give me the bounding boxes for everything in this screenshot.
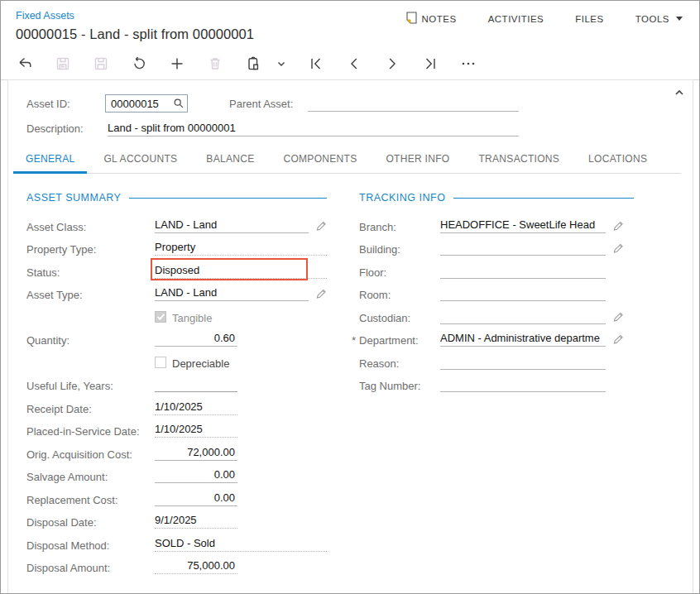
- back-button[interactable]: [16, 55, 34, 73]
- branch-field[interactable]: HEADOFFICE - SweetLife Head: [440, 217, 606, 233]
- parent-asset-label: Parent Asset:: [229, 98, 308, 110]
- go-last-button[interactable]: [421, 55, 439, 73]
- nav-last-icon: [421, 55, 439, 72]
- field-row-disposal-amount: Disposal Amount:75,000.00: [26, 555, 327, 578]
- disposal-date-label: Disposal Date:: [26, 516, 155, 529]
- field-row-department: *Department:ADMIN - Administrative depar…: [359, 328, 634, 351]
- activities-button[interactable]: ACTIVITIES: [488, 14, 544, 24]
- chevron-up-icon: [674, 87, 685, 98]
- search-icon[interactable]: [173, 98, 185, 109]
- insert-button[interactable]: [168, 55, 186, 73]
- room-field[interactable]: [440, 285, 606, 301]
- description-field[interactable]: Land - split from 00000001: [108, 120, 519, 137]
- asset-class-field[interactable]: LAND - Land: [155, 217, 309, 233]
- depreciable-checkbox[interactable]: [155, 357, 166, 368]
- asset-class-label: Asset Class:: [26, 221, 155, 233]
- useful-life-years-label: Useful Life, Years:: [26, 380, 155, 392]
- replacement-cost-label: Replacement Cost:: [26, 494, 155, 506]
- building-field[interactable]: [440, 239, 606, 256]
- asset-type-field[interactable]: LAND - Land: [155, 285, 309, 301]
- replacement-cost-field[interactable]: 0.00: [155, 490, 237, 506]
- tab-other-info[interactable]: OTHER INFO: [373, 147, 462, 174]
- clipboard-menu-button[interactable]: [276, 55, 287, 73]
- cancel-button[interactable]: [130, 55, 148, 73]
- tab-general[interactable]: GENERAL: [13, 147, 87, 174]
- back-arrow-icon: [16, 55, 34, 72]
- department-field[interactable]: ADMIN - Administrative departme: [440, 330, 606, 347]
- section-rule: [453, 198, 634, 199]
- useful-life-years-field[interactable]: [155, 376, 237, 392]
- asset-class-edit-button[interactable]: [314, 219, 327, 232]
- floor-field[interactable]: [440, 262, 606, 279]
- property-type-field[interactable]: Property: [155, 239, 327, 256]
- quantity-field[interactable]: 0.60: [155, 330, 237, 347]
- save-and-close-icon: [54, 55, 72, 72]
- custodian-edit-button[interactable]: [611, 310, 624, 323]
- field-row-salvage-amount: Salvage Amount:0.00: [26, 464, 327, 487]
- asset-type-edit-button[interactable]: [314, 287, 327, 299]
- page-title: 00000015 - Land - split from 00000001: [16, 26, 254, 42]
- more-actions-button[interactable]: [459, 55, 477, 73]
- field-row-tag-number: Tag Number:: [359, 373, 634, 396]
- files-button[interactable]: FILES: [575, 14, 603, 24]
- tag-number-field[interactable]: [440, 376, 606, 392]
- description-row: Description: Land - split from 00000001: [26, 116, 693, 141]
- asset-summary-section: ASSET SUMMARY Asset Class:LAND - LandPro…: [26, 191, 327, 577]
- disposal-date-field[interactable]: 9/1/2025: [155, 512, 237, 529]
- placed-in-service-date-field[interactable]: 1/10/2025: [155, 421, 237, 438]
- summary-area: Asset ID: 00000015 Parent Asset: Descrip…: [8, 80, 693, 141]
- custodian-field[interactable]: [440, 308, 606, 324]
- department-edit-button[interactable]: [611, 333, 624, 345]
- tangible-checkbox: [155, 311, 166, 323]
- breadcrumb-fixed-assets[interactable]: Fixed Assets: [16, 10, 74, 22]
- save-button: [92, 55, 110, 73]
- tab-balance[interactable]: BALANCE: [194, 147, 266, 174]
- tools-button[interactable]: TOOLS: [635, 14, 683, 24]
- form-panel: Asset ID: 00000015 Parent Asset: Descrip…: [7, 79, 693, 593]
- save-icon: [92, 55, 110, 72]
- field-row-disposal-method: Disposal Method:SOLD - Sold: [26, 532, 327, 555]
- caret-down-icon: [676, 17, 683, 21]
- field-row-branch: Branch:HEADOFFICE - SweetLife Head: [359, 213, 634, 237]
- parent-asset-field[interactable]: [308, 95, 519, 112]
- building-edit-button[interactable]: [611, 242, 624, 254]
- tab-components[interactable]: COMPONENTS: [271, 147, 369, 174]
- clipboard-icon: [244, 55, 262, 72]
- tab-transactions[interactable]: TRANSACTIONS: [466, 147, 572, 174]
- disposal-method-field[interactable]: SOLD - Sold: [155, 535, 327, 552]
- receipt-date-field[interactable]: 1/10/2025: [155, 399, 237, 415]
- property-type-label: Property Type:: [26, 243, 155, 256]
- tracking-info-header: TRACKING INFO: [359, 191, 634, 204]
- undo-icon: [130, 55, 148, 72]
- custodian-label: Custodian:: [359, 312, 440, 324]
- page-header: Fixed Assets 00000015 - Land - split fro…: [1, 1, 699, 42]
- asset-id-value: 00000015: [111, 98, 173, 110]
- field-row-placed-in-service-date: Placed-in-Service Date:1/10/2025: [26, 419, 327, 442]
- note-icon: [406, 12, 417, 26]
- reason-field[interactable]: [440, 353, 606, 370]
- branch-edit-button[interactable]: [611, 219, 624, 232]
- tab-gl-accounts[interactable]: GL ACCOUNTS: [91, 147, 189, 174]
- status-field[interactable]: Disposed: [155, 262, 327, 279]
- building-label: Building:: [359, 243, 440, 256]
- field-row-depreciable: Depreciable: [26, 350, 327, 373]
- go-first-button[interactable]: [307, 55, 325, 73]
- placed-in-service-date-label: Placed-in-Service Date:: [26, 425, 155, 438]
- go-previous-button[interactable]: [345, 55, 363, 73]
- collapse-summary-button[interactable]: [674, 87, 685, 101]
- tab-locations[interactable]: LOCATIONS: [576, 147, 659, 174]
- tracking-info-fields: Branch:HEADOFFICE - SweetLife HeadBuildi…: [359, 213, 634, 395]
- nav-first-icon: [307, 55, 325, 72]
- department-label: *Department:: [359, 334, 440, 347]
- field-row-room: Room:: [359, 282, 634, 305]
- field-row-custodian: Custodian:: [359, 304, 634, 328]
- asset-id-input[interactable]: 00000015: [105, 94, 188, 113]
- disposal-amount-field[interactable]: 75,000.00: [155, 558, 237, 574]
- clipboard-button[interactable]: [244, 55, 262, 73]
- reason-label: Reason:: [359, 357, 440, 370]
- notes-button[interactable]: NOTES: [406, 12, 457, 26]
- go-next-button[interactable]: [383, 55, 401, 73]
- orig-acquisition-cost-field[interactable]: 72,000.00: [155, 444, 237, 461]
- status-label: Status:: [26, 266, 155, 279]
- salvage-amount-field[interactable]: 0.00: [155, 467, 237, 483]
